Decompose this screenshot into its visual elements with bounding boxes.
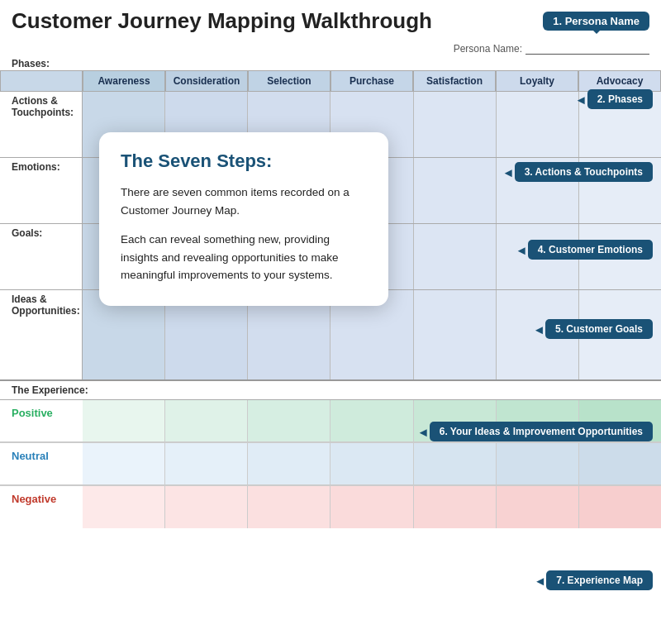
ideas-label: Ideas & Opportunities: [0,290,83,379]
exp-positive-consideration[interactable] [165,400,248,441]
modal-paragraph-2: Each can reveal something new, providing… [121,231,367,284]
exp-neutral-selection[interactable] [248,443,330,484]
actions-cell-satisfaction[interactable] [414,92,497,157]
goals-cell-satisfaction[interactable] [414,224,497,289]
exp-neutral-advocacy[interactable] [579,443,661,484]
col-header-loyalty: Loyalty [496,70,578,92]
exp-negative-cells [83,486,661,528]
emotions-label: Emotions: [0,158,83,223]
callout-emotions-label: 4. Customer Emotions [528,240,653,260]
header: Customer Journey Mapping Walkthrough 1. … [0,0,661,58]
exp-positive-selection[interactable] [248,400,330,441]
exp-neutral-satisfaction[interactable] [414,443,497,484]
exp-negative-awareness[interactable] [83,486,165,528]
exp-neutral-awareness[interactable] [83,443,165,484]
callout-goals-label: 5. Customer Goals [545,319,653,339]
exp-neutral-consideration[interactable] [165,443,248,484]
callout-ideas-label: 6. Your Ideas & Improvement Opportunitie… [430,422,653,441]
exp-positive-awareness[interactable] [83,400,165,441]
exp-neutral-loyalty[interactable] [497,443,579,484]
persona-name-label: Persona Name: [454,43,522,55]
col-header-satisfaction: Satisfaction [413,70,496,92]
callout-emotions: 4. Customer Emotions [528,240,653,260]
exp-label-neutral: Neutral [0,443,83,484]
persona-name-field[interactable] [525,42,649,55]
callout-experience-label: 7. Experience Map [546,570,653,590]
experience-negative-row: Negative [0,485,661,528]
experience-label: The Experience: [0,381,661,399]
callout-goals: 5. Customer Goals [545,319,653,339]
exp-negative-consideration[interactable] [165,486,248,528]
col-header-selection: Selection [248,70,330,92]
modal-title: The Seven Steps: [121,150,367,172]
goals-label: Goals: [0,224,83,289]
exp-negative-loyalty[interactable] [497,486,579,528]
actions-cell-loyalty[interactable] [497,92,579,157]
modal-body: There are seven common items recorded on… [121,184,367,284]
exp-negative-advocacy[interactable] [579,486,661,528]
col-header-consideration: Consideration [165,70,248,92]
callout-actions: 3. Actions & Touchpoints [515,162,653,182]
exp-neutral-cells [83,443,661,484]
column-headers: Awareness Consideration Selection Purcha… [0,70,661,92]
callout-experience: 7. Experience Map [546,570,653,590]
callout-actions-label: 3. Actions & Touchpoints [515,162,653,182]
exp-label-negative: Negative [0,486,83,528]
exp-label-positive: Positive [0,400,83,441]
callout-ideas: 6. Your Ideas & Improvement Opportunitie… [430,422,653,441]
persona-callout: 1. Persona Name [543,12,649,31]
modal-overlay: The Seven Steps: There are seven common … [99,132,388,306]
exp-neutral-purchase[interactable] [330,443,413,484]
col-header-purchase: Purchase [330,70,413,92]
ideas-cell-satisfaction[interactable] [414,290,497,379]
col-header-awareness: Awareness [83,70,165,92]
emotions-cell-satisfaction[interactable] [414,158,497,223]
exp-positive-purchase[interactable] [330,400,413,441]
exp-negative-satisfaction[interactable] [414,486,497,528]
exp-negative-selection[interactable] [248,486,330,528]
actions-label: Actions & Touchpoints: [0,92,83,157]
experience-neutral-row: Neutral [0,442,661,485]
callout-phases-label: 2. Phases [587,89,653,109]
page-wrap: Customer Journey Mapping Walkthrough 1. … [0,0,661,528]
modal-paragraph-1: There are seven common items recorded on… [121,184,367,219]
page-title: Customer Journey Mapping Walkthrough [12,8,432,34]
exp-negative-purchase[interactable] [330,486,413,528]
phases-label: Phases: [12,58,50,69]
callout-phases: 2. Phases [587,89,653,109]
